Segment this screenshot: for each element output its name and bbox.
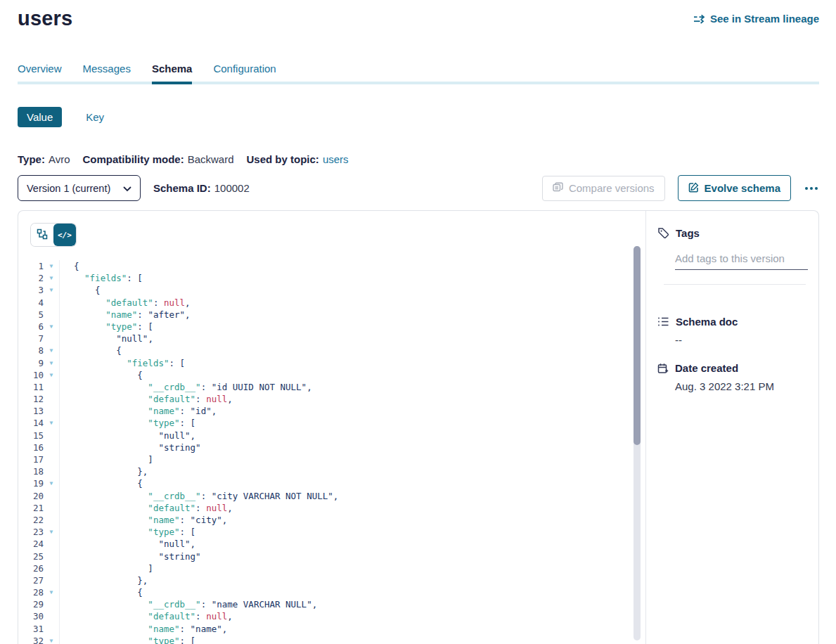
line-gutter: 1▼ bbox=[18, 260, 60, 272]
fold-toggle-icon bbox=[44, 538, 59, 550]
code-text: "type": [ bbox=[60, 321, 153, 333]
tree-view-icon bbox=[37, 228, 48, 242]
line-gutter: 14▼ bbox=[18, 417, 60, 429]
fold-toggle-icon[interactable]: ▼ bbox=[44, 369, 59, 381]
fold-toggle-icon bbox=[44, 490, 59, 502]
code-line: 22 "name": "city", bbox=[18, 514, 645, 526]
line-gutter: 18 bbox=[18, 465, 60, 477]
tab-messages[interactable]: Messages bbox=[83, 63, 131, 82]
code-line: 28▼ { bbox=[18, 586, 645, 598]
code-line: 3▼ { bbox=[18, 284, 645, 296]
editor-scrollbar-thumb[interactable] bbox=[634, 246, 641, 445]
line-number: 3 bbox=[18, 284, 44, 296]
tags-section-header: Tags bbox=[657, 227, 806, 239]
fold-toggle-icon[interactable]: ▼ bbox=[44, 321, 59, 333]
fold-toggle-icon[interactable]: ▼ bbox=[44, 526, 59, 538]
line-number: 23 bbox=[18, 526, 44, 538]
meta-value-link[interactable]: users bbox=[323, 153, 349, 165]
fold-toggle-icon[interactable]: ▼ bbox=[44, 357, 59, 369]
code-text: "default": null, bbox=[60, 610, 233, 622]
line-gutter: 6▼ bbox=[18, 321, 60, 333]
evolve-schema-button[interactable]: Evolve schema bbox=[678, 175, 791, 201]
fold-toggle-icon[interactable]: ▼ bbox=[44, 344, 59, 356]
line-number: 5 bbox=[18, 309, 44, 321]
tree-view-button[interactable] bbox=[31, 224, 53, 246]
line-gutter: 24 bbox=[18, 538, 60, 550]
line-number: 14 bbox=[18, 417, 44, 429]
schema-meta-row: Type:AvroCompatibility mode:BackwardUsed… bbox=[18, 153, 819, 165]
code-line: 5 "name": "after", bbox=[18, 309, 645, 321]
value-tab-button[interactable]: Value bbox=[18, 107, 62, 127]
tab-overview[interactable]: Overview bbox=[18, 63, 62, 82]
tab-configuration[interactable]: Configuration bbox=[213, 63, 276, 82]
schema-code-editor[interactable]: 1▼{2▼ "fields": [3▼ {4 "default": null,5… bbox=[18, 260, 645, 644]
tab-schema[interactable]: Schema bbox=[152, 63, 193, 82]
code-text: "null", bbox=[60, 430, 195, 442]
code-line: 25 "string" bbox=[18, 550, 645, 562]
meta-label: Type: bbox=[18, 153, 45, 165]
line-number: 9 bbox=[18, 357, 44, 369]
code-text: "string" bbox=[60, 550, 201, 562]
line-number: 30 bbox=[18, 610, 44, 622]
fold-toggle-icon bbox=[44, 574, 59, 586]
add-tags-input[interactable] bbox=[675, 251, 808, 270]
fold-toggle-icon[interactable]: ▼ bbox=[44, 586, 59, 598]
code-text: "type": [ bbox=[60, 526, 195, 538]
see-in-stream-lineage-link[interactable]: See in Stream lineage bbox=[693, 7, 819, 25]
editor-scrollbar-track[interactable] bbox=[634, 246, 641, 640]
code-text: "fields": [ bbox=[60, 357, 185, 369]
page-header: users See in Stream lineage bbox=[18, 0, 819, 30]
meta-item: Compatibility mode:Backward bbox=[82, 153, 233, 165]
schema-doc-section: Schema doc -- bbox=[657, 316, 806, 346]
code-text: "name": "id", bbox=[60, 405, 217, 417]
code-view-icon: </> bbox=[58, 231, 72, 240]
line-number: 2 bbox=[18, 272, 44, 284]
schema-doc-title: Schema doc bbox=[676, 316, 738, 328]
fold-toggle-icon bbox=[44, 333, 59, 344]
line-number: 25 bbox=[18, 550, 44, 562]
code-text: "null", bbox=[60, 538, 195, 550]
fold-toggle-icon bbox=[44, 430, 59, 442]
code-line: 10▼ { bbox=[18, 369, 645, 381]
fold-toggle-icon bbox=[44, 465, 59, 477]
fold-toggle-icon[interactable]: ▼ bbox=[44, 477, 59, 489]
meta-value: Avro bbox=[49, 153, 70, 165]
fold-toggle-icon[interactable]: ▼ bbox=[44, 417, 59, 429]
line-number: 8 bbox=[18, 344, 44, 356]
version-bar: Version 1 (current) Schema ID: 100002 bbox=[18, 175, 819, 201]
version-select[interactable]: Version 1 (current) bbox=[18, 175, 141, 201]
code-line: 24 "null", bbox=[18, 538, 645, 550]
line-gutter: 11 bbox=[18, 381, 60, 393]
more-options-button[interactable] bbox=[804, 184, 819, 193]
schema-id-value: 100002 bbox=[214, 182, 250, 194]
code-line: 2▼ "fields": [ bbox=[18, 272, 645, 284]
line-number: 15 bbox=[18, 430, 44, 442]
code-line: 19▼ { bbox=[18, 477, 645, 489]
line-number: 12 bbox=[18, 393, 44, 405]
fold-toggle-icon bbox=[44, 550, 59, 562]
code-line: 32▼ "type": [ bbox=[18, 635, 645, 644]
edit-icon bbox=[688, 182, 699, 195]
code-line: 6▼ "type": [ bbox=[18, 321, 645, 333]
fold-toggle-icon bbox=[44, 297, 59, 309]
fold-toggle-icon bbox=[44, 393, 59, 405]
key-tab-button[interactable]: Key bbox=[86, 111, 104, 123]
code-line: 26 ] bbox=[18, 562, 645, 574]
fold-toggle-icon[interactable]: ▼ bbox=[44, 284, 59, 296]
line-number: 18 bbox=[18, 465, 44, 477]
code-text: { bbox=[60, 284, 101, 296]
fold-toggle-icon[interactable]: ▼ bbox=[44, 272, 59, 284]
line-gutter: 10▼ bbox=[18, 369, 60, 381]
fold-toggle-icon bbox=[44, 562, 59, 574]
compare-versions-button[interactable]: Compare versions bbox=[542, 176, 665, 201]
code-line: 4 "default": null, bbox=[18, 297, 645, 309]
fold-toggle-icon[interactable]: ▼ bbox=[44, 260, 59, 272]
line-gutter: 25 bbox=[18, 550, 60, 562]
line-gutter: 19▼ bbox=[18, 477, 60, 489]
code-line: 7 "null", bbox=[18, 333, 645, 344]
schema-doc-value: -- bbox=[675, 334, 806, 346]
code-view-button[interactable]: </> bbox=[53, 224, 76, 246]
line-gutter: 30 bbox=[18, 610, 60, 622]
fold-toggle-icon[interactable]: ▼ bbox=[44, 635, 59, 644]
line-gutter: 28▼ bbox=[18, 586, 60, 598]
